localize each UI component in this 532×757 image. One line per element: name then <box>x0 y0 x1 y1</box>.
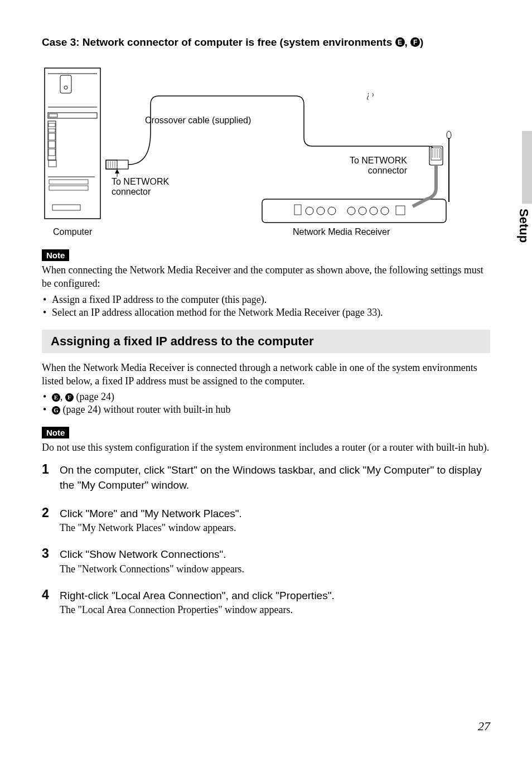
steps-list: 1 On the computer, click "Start" on the … <box>42 462 490 616</box>
svg-point-22 <box>328 207 336 215</box>
step-4-result: The "Local Area Connection Properties" w… <box>60 604 335 616</box>
note1-bullet-1: Assign a fixed IP address to the compute… <box>42 294 490 306</box>
svg-point-26 <box>381 207 389 215</box>
section-header: Assigning a fixed IP address to the comp… <box>42 330 490 353</box>
note2-text: Do not use this system configuration if … <box>42 441 490 454</box>
svg-rect-13 <box>49 160 56 167</box>
note1-bullet-2: Select an IP address allocation method f… <box>42 307 490 319</box>
svg-rect-19 <box>294 205 301 215</box>
note-badge-2: Note <box>42 427 69 438</box>
svg-point-21 <box>317 207 325 215</box>
svg-rect-12 <box>49 149 55 156</box>
case-title: Case 3: Network connector of computer is… <box>42 36 490 49</box>
case-title-suffix: ) <box>420 36 423 48</box>
note-badge-1: Note <box>42 249 69 261</box>
step-2-action: Click "More" and "My Network Places". <box>60 507 242 522</box>
note-block-2: Note Do not use this system configuratio… <box>42 427 490 454</box>
label-computer: Computer <box>53 227 92 237</box>
step-2: 2 Click "More" and "My Network Places". … <box>42 505 490 534</box>
side-tab-setup: Setup <box>515 206 532 245</box>
env-letter-f2-icon: F <box>65 393 74 402</box>
svg-rect-8 <box>49 123 55 127</box>
step-1-num: 1 <box>42 462 60 493</box>
step-1-action: On the computer, click "Start" on the Wi… <box>60 463 490 493</box>
svg-rect-17 <box>52 205 80 210</box>
svg-point-23 <box>347 207 355 215</box>
env-bullets: E, F (page 24) G (page 24) without route… <box>42 391 490 416</box>
svg-rect-37 <box>106 160 117 169</box>
svg-rect-7 <box>48 121 56 160</box>
svg-rect-27 <box>396 206 405 215</box>
intro-text: When the Network Media Receiver is conne… <box>42 361 490 388</box>
step-2-result: The "My Network Places" window appears. <box>60 522 242 534</box>
step-1: 1 On the computer, click "Start" on the … <box>42 462 490 493</box>
env-bullet-1: E, F (page 24) <box>42 391 490 403</box>
note1-text: When connecting the Network Media Receiv… <box>42 263 490 291</box>
step-3-action: Click "Show Network Connections". <box>60 547 244 562</box>
comma: , <box>405 36 411 48</box>
env-bullet-1-suffix: (page 24) <box>74 391 114 402</box>
svg-point-25 <box>370 207 378 215</box>
env-letter-e2-icon: E <box>52 393 60 402</box>
step-4: 4 Right-click "Local Area Connection", a… <box>42 587 490 616</box>
step-3-result: The "Network Connections" window appears… <box>60 563 244 575</box>
svg-rect-15 <box>49 180 88 184</box>
diagram-svg <box>39 65 474 244</box>
label-to-network-left: To NETWORK connector <box>112 177 190 197</box>
step-4-num: 4 <box>42 587 60 616</box>
svg-rect-2 <box>49 114 57 117</box>
case-title-prefix: Case 3: Network connector of computer is… <box>42 36 395 48</box>
svg-rect-11 <box>49 141 55 148</box>
label-receiver: Network Media Receiver <box>293 227 390 237</box>
svg-rect-16 <box>49 186 88 190</box>
svg-marker-44 <box>115 169 119 173</box>
svg-rect-0 <box>45 68 100 219</box>
env-bullet-2-suffix: (page 24) without router with built-in h… <box>60 404 230 415</box>
svg-rect-10 <box>49 133 55 140</box>
connection-diagram: Crossover cable (supplied) To NETWORK co… <box>42 65 490 238</box>
page-number: 27 <box>478 719 490 734</box>
svg-rect-5 <box>60 75 71 93</box>
label-crossover-cable: Crossover cable (supplied) <box>145 115 251 126</box>
svg-rect-1 <box>48 113 97 118</box>
label-to-network-right: To NETWORK connector <box>329 156 407 176</box>
svg-point-20 <box>306 207 313 215</box>
env-letter-e-icon: E <box>395 37 405 47</box>
note1-bullets: Assign a fixed IP address to the compute… <box>42 294 490 319</box>
step-4-action: Right-click "Local Area Connection", and… <box>60 589 335 604</box>
side-tab-gray <box>522 131 532 204</box>
step-3-num: 3 <box>42 546 60 575</box>
step-2-num: 2 <box>42 505 60 534</box>
svg-rect-9 <box>49 129 55 132</box>
svg-point-6 <box>64 86 67 89</box>
svg-rect-42 <box>369 92 373 100</box>
env-bullet-2: G (page 24) without router with built-in… <box>42 404 490 416</box>
env-letter-g-icon: G <box>52 406 60 414</box>
note-block-1: Note When connecting the Network Media R… <box>42 249 490 319</box>
step-3: 3 Click "Show Network Connections". The … <box>42 546 490 575</box>
env-letter-f-icon: F <box>410 37 420 47</box>
svg-point-24 <box>359 207 366 215</box>
svg-rect-28 <box>429 146 443 165</box>
sep: , <box>60 391 65 402</box>
svg-point-35 <box>447 131 451 139</box>
